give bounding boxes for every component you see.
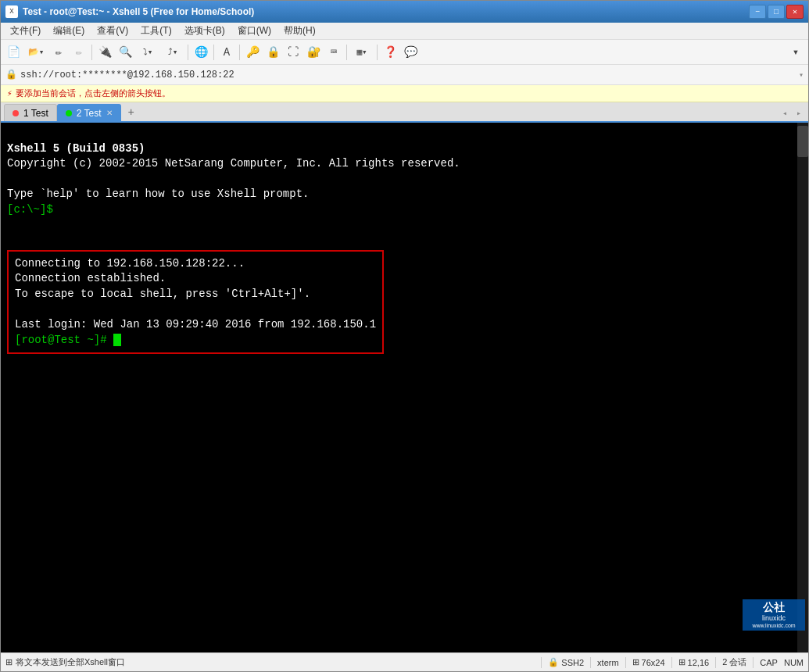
cursor-icon: ⊞ <box>678 657 686 667</box>
tab-prev[interactable]: ◂ <box>779 107 791 120</box>
status-caps: CAP <box>760 658 778 667</box>
resize-icon: ⊞ <box>632 657 639 667</box>
conn-line2: Connection established. <box>15 272 166 284</box>
status-pos: ⊞ 12,16 <box>678 657 710 667</box>
menu-help[interactable]: 帮助(H) <box>277 23 322 39</box>
menu-tabs[interactable]: 选项卡(B) <box>178 23 231 39</box>
status-div3 <box>625 657 626 668</box>
lock-button[interactable]: 🔒 <box>263 43 282 62</box>
layout-button[interactable]: ▦▾ <box>350 43 374 62</box>
terminal-content: Xshell 5 (Build 0835) Copyright (c) 2002… <box>7 126 802 248</box>
sep4 <box>239 45 240 60</box>
tab-1-dot <box>13 110 19 116</box>
sftp-button[interactable]: ⤴▾ <box>161 43 184 62</box>
window-title: Test - root@Test:~ - Xshell 5 (Free for … <box>23 6 254 17</box>
minimize-button[interactable]: − <box>749 5 766 19</box>
address-bar: 🔒 ssh://root:********@192.168.150.128:22… <box>1 65 808 85</box>
connection-lines: Connecting to 192.168.150.128:22... Conn… <box>15 256 376 349</box>
help-button[interactable]: ❓ <box>381 43 399 62</box>
status-left: ⊞ 将文本发送到全部Xshell窗口 <box>5 656 535 668</box>
window-controls: − □ ✕ <box>749 5 804 19</box>
status-div6 <box>753 657 754 668</box>
scrollbar-thumb[interactable] <box>797 126 808 157</box>
status-ssh-label: SSH2 <box>561 658 584 667</box>
toolbar: 📄 📂▾ ✏ ✏ 🔌 🔍 ⤵▾ ⤴▾ 🌐 A 🔑 🔒 ⛶ 🔐 ⌨ ▦▾ ❓ 💬 … <box>1 40 808 65</box>
info-bar: ⚡ 要添加当前会话，点击左侧的箭头按钮。 <box>1 85 808 102</box>
status-xterm: xterm <box>597 658 619 667</box>
new-session-button[interactable]: 📄 <box>4 43 23 62</box>
tab-next[interactable]: ▸ <box>793 107 805 120</box>
watermark-line3: www.linuxidc.com <box>752 623 795 629</box>
tab-2-close[interactable]: ✕ <box>106 109 113 117</box>
sep5 <box>346 45 347 60</box>
tab-2-label: 2 Test <box>77 108 102 119</box>
menu-tools[interactable]: 工具(T) <box>134 23 177 39</box>
watermark-line1: 公社 <box>763 601 785 614</box>
terminal-cursor <box>113 334 121 346</box>
lock-icon: 🔒 <box>5 69 17 80</box>
lock-small-icon: 🔒 <box>548 657 559 667</box>
status-send-text: 将文本发送到全部Xshell窗口 <box>16 656 125 668</box>
menu-window[interactable]: 窗口(W) <box>231 23 277 39</box>
app-icon: X <box>5 5 18 18</box>
tab-2-dot <box>66 110 72 116</box>
globe-button[interactable]: 🌐 <box>192 43 210 62</box>
tab-nav: ◂ ▸ <box>779 107 805 121</box>
status-num: NUM <box>784 658 804 667</box>
toolbar-expand[interactable]: ▾ <box>786 43 805 62</box>
font-button[interactable]: A <box>217 43 236 62</box>
sep3 <box>213 45 214 60</box>
tab-1[interactable]: 1 Test <box>4 104 57 121</box>
menu-edit[interactable]: 编辑(E) <box>47 23 91 39</box>
lock2-button[interactable]: 🔐 <box>304 43 323 62</box>
sep1 <box>91 45 92 60</box>
sep2 <box>188 45 188 60</box>
info-text: 要添加当前会话，点击左侧的箭头按钮。 <box>16 88 170 99</box>
status-pos-label: 12,16 <box>688 658 710 667</box>
status-size-label: 76x24 <box>642 658 665 667</box>
root-prompt: [root@Test ~]# <box>15 334 107 346</box>
title-bar: X Test - root@Test:~ - Xshell 5 (Free fo… <box>1 1 808 23</box>
connection-box: Connecting to 192.168.150.128:22... Conn… <box>7 250 384 355</box>
xshell-title: Xshell 5 (Build 0835) <box>7 142 145 155</box>
status-right: 🔒 SSH2 xterm ⊞ 76x24 ⊞ 12,16 2 会话 CAP NU… <box>548 656 804 668</box>
conn-line3: To escape to local shell, press 'Ctrl+Al… <box>15 288 310 300</box>
fullscreen-button[interactable]: ⛶ <box>284 43 302 62</box>
terminal-area[interactable]: Xshell 5 (Build 0835) Copyright (c) 2002… <box>1 123 808 652</box>
local-prompt: [c:\~]$ <box>7 203 53 216</box>
main-window: X Test - root@Test:~ - Xshell 5 (Free fo… <box>0 0 809 672</box>
status-div1 <box>541 657 542 668</box>
key-button[interactable]: 🔑 <box>243 43 262 62</box>
status-div2 <box>590 657 591 668</box>
menu-view[interactable]: 查看(V) <box>91 23 134 39</box>
status-sessions: 2 会话 <box>722 656 746 668</box>
copyright-line: Copyright (c) 2002-2015 NetSarang Comput… <box>7 157 460 170</box>
transfer-button[interactable]: ⤵▾ <box>136 43 159 62</box>
watermark: 公社 linuxidc www.linuxidc.com <box>743 599 805 631</box>
status-div4 <box>671 657 672 668</box>
address-text: ssh://root:********@192.168.150.128:22 <box>20 70 799 80</box>
chat-button[interactable]: 💬 <box>401 43 420 62</box>
tab-2[interactable]: 2 Test ✕ <box>57 104 121 121</box>
open-button[interactable]: 📂▾ <box>24 43 48 62</box>
tab-add-button[interactable]: + <box>123 104 140 121</box>
menu-file[interactable]: 文件(F) <box>4 23 47 39</box>
maximize-button[interactable]: □ <box>768 5 785 19</box>
search-button[interactable]: 🔍 <box>116 43 134 62</box>
address-dropdown[interactable]: ▾ <box>799 70 804 80</box>
info-icon: ⚡ <box>7 88 13 98</box>
status-div5 <box>715 657 716 668</box>
connect-button[interactable]: 🔌 <box>95 43 114 62</box>
menu-bar: 文件(F) 编辑(E) 查看(V) 工具(T) 选项卡(B) 窗口(W) 帮助(… <box>1 23 808 40</box>
edit-button[interactable]: ✏ <box>49 43 68 62</box>
tab-1-label: 1 Test <box>23 108 48 119</box>
connection-box-inner: Connecting to 192.168.150.128:22... Conn… <box>7 250 384 355</box>
status-ssh: 🔒 SSH2 <box>548 657 584 667</box>
terminal-scrollbar[interactable] <box>797 123 808 652</box>
status-size: ⊞ 76x24 <box>632 657 665 667</box>
disabled-btn1: ✏ <box>70 43 88 62</box>
close-button[interactable]: ✕ <box>786 5 804 19</box>
sep6 <box>377 45 378 60</box>
conn-line1: Connecting to 192.168.150.128:22... <box>15 257 245 270</box>
keyboard-button[interactable]: ⌨ <box>324 43 343 62</box>
